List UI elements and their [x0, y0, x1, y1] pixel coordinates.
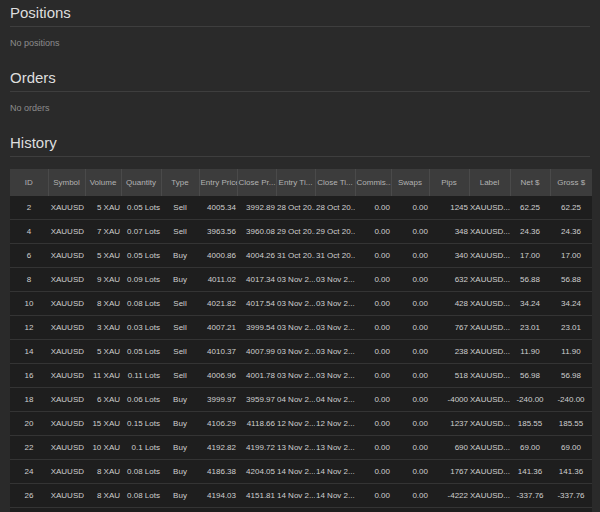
history-cell: 4004.26 — [237, 244, 276, 268]
column-header-id[interactable]: ID — [10, 169, 48, 196]
history-cell: 31 Oct 20... — [315, 244, 355, 268]
history-cell: 0.00 — [391, 364, 429, 388]
history-cell: 4001.78 — [237, 364, 276, 388]
history-cell: 24 — [10, 460, 48, 484]
history-cell: 17.00 — [550, 244, 592, 268]
history-cell: 0.00 — [391, 340, 429, 364]
history-cell: 0.06 Lots — [121, 388, 161, 412]
history-cell: 16 — [10, 364, 48, 388]
history-cell: 4000.86 — [199, 244, 237, 268]
history-cell: 14 Nov 2... — [276, 484, 315, 508]
history-cell: 28 Oct 20... — [315, 196, 355, 220]
column-header-symbol[interactable]: Symbol — [48, 169, 85, 196]
history-cell: 56.88 — [510, 268, 550, 292]
history-cell: 0.09 Lots — [121, 268, 161, 292]
history-cell: 5 XAU — [85, 244, 121, 268]
history-row[interactable]: 2XAUUSD5 XAU0.05 LotsSell4005.343992.892… — [10, 196, 592, 220]
column-header-commis[interactable]: Commis... — [355, 169, 391, 196]
history-cell: 4151.81 — [237, 484, 276, 508]
column-header-net[interactable]: Net $ — [510, 169, 550, 196]
history-row[interactable]: 24XAUUSD8 XAU0.08 LotsBuy4186.384204.051… — [10, 460, 592, 484]
history-row[interactable]: 12XAUUSD3 XAU0.03 LotsSell4007.213999.54… — [10, 316, 592, 340]
history-cell: 11.90 — [510, 340, 550, 364]
history-row[interactable]: 18XAUUSD6 XAU0.06 LotsBuy3999.973959.970… — [10, 388, 592, 412]
history-cell: 0.00 — [391, 508, 429, 512]
column-header-close-pr[interactable]: Close Pr... — [237, 169, 276, 196]
history-row[interactable]: 28XAUUSD4 XAU0.04 LotsBuy4093.914095.701… — [10, 508, 592, 512]
history-cell: Buy — [161, 436, 199, 460]
column-header-type[interactable]: Type — [161, 169, 199, 196]
history-cell: 0.00 — [355, 316, 391, 340]
history-cell: 0.00 — [355, 508, 391, 512]
history-cell: 0.00 — [355, 196, 391, 220]
history-row[interactable]: 22XAUUSD10 XAU0.1 LotsBuy4192.824199.721… — [10, 436, 592, 460]
history-cell: 185.55 — [510, 412, 550, 436]
history-row[interactable]: 14XAUUSD5 XAU0.05 LotsSell4010.374007.99… — [10, 340, 592, 364]
history-cell: XAUUSD... — [469, 268, 510, 292]
history-cell: 13 Nov 2... — [276, 436, 315, 460]
history-row[interactable]: 20XAUUSD15 XAU0.15 LotsBuy4106.294118.66… — [10, 412, 592, 436]
history-cell: 348 — [429, 220, 469, 244]
history-cell: 12 — [10, 316, 48, 340]
history-cell: 8 XAU — [85, 292, 121, 316]
history-cell: 17 Nov 2... — [315, 508, 355, 512]
history-cell: 0.00 — [355, 388, 391, 412]
history-cell: 185.55 — [550, 412, 592, 436]
history-cell: 23.01 — [550, 316, 592, 340]
history-row[interactable]: 4XAUUSD7 XAU0.07 LotsSell3963.563960.082… — [10, 220, 592, 244]
history-cell: 428 — [429, 292, 469, 316]
history-cell: 767 — [429, 316, 469, 340]
column-header-entry-ti[interactable]: Entry Ti... — [276, 169, 315, 196]
history-header-row: IDSymbolVolumeQuantityTypeEntry PriceClo… — [10, 169, 592, 196]
history-cell: 5 XAU — [85, 340, 121, 364]
history-cell: 12 Nov 2... — [315, 412, 355, 436]
history-cell: 0.08 Lots — [121, 484, 161, 508]
history-cell: 12 Nov 2... — [276, 412, 315, 436]
history-cell: XAUUSD... — [469, 364, 510, 388]
history-row[interactable]: 8XAUUSD9 XAU0.09 LotsBuy4011.024017.3403… — [10, 268, 592, 292]
history-cell: 28 — [10, 508, 48, 512]
history-cell: 0.05 Lots — [121, 244, 161, 268]
history-row[interactable]: 6XAUUSD5 XAU0.05 LotsBuy4000.864004.2631… — [10, 244, 592, 268]
history-cell: 0.00 — [355, 220, 391, 244]
column-header-close-ti[interactable]: Close Ti... — [315, 169, 355, 196]
history-cell: 31 Oct 20... — [276, 244, 315, 268]
history-row[interactable]: 16XAUUSD11 XAU0.11 LotsSell4006.964001.7… — [10, 364, 592, 388]
history-cell: 8 XAU — [85, 460, 121, 484]
history-cell: XAUUSD... — [469, 388, 510, 412]
history-cell: 4 XAU — [85, 508, 121, 512]
history-cell: 238 — [429, 340, 469, 364]
history-cell: 4204.05 — [237, 460, 276, 484]
history-cell: 0.00 — [355, 292, 391, 316]
history-cell: XAUUSD — [48, 484, 85, 508]
history-cell: Buy — [161, 268, 199, 292]
history-cell: 10 — [10, 292, 48, 316]
column-header-gross[interactable]: Gross $ — [550, 169, 592, 196]
history-cell: 3963.56 — [199, 220, 237, 244]
column-header-swaps[interactable]: Swaps — [391, 169, 429, 196]
history-row[interactable]: 10XAUUSD8 XAU0.08 LotsSell4021.824017.54… — [10, 292, 592, 316]
history-cell: 4095.70 — [237, 508, 276, 512]
history-cell: 0.00 — [391, 436, 429, 460]
column-header-quantity[interactable]: Quantity — [121, 169, 161, 196]
history-cell: 22 — [10, 436, 48, 460]
history-cell: Buy — [161, 508, 199, 512]
history-cell: 56.88 — [550, 268, 592, 292]
history-cell: XAUUSD... — [469, 316, 510, 340]
column-header-label[interactable]: Label — [469, 169, 510, 196]
history-cell: 29 Oct 20... — [276, 220, 315, 244]
history-cell: 14 — [10, 340, 48, 364]
history-cell: 7.16 — [510, 508, 550, 512]
column-header-volume[interactable]: Volume — [85, 169, 121, 196]
history-cell: 0.00 — [391, 220, 429, 244]
history-cell: 03 Nov 2... — [276, 340, 315, 364]
history-row[interactable]: 26XAUUSD8 XAU0.08 LotsBuy4194.034151.811… — [10, 484, 592, 508]
history-cell: XAUUSD — [48, 244, 85, 268]
history-cell: -240.00 — [510, 388, 550, 412]
column-header-entry-price[interactable]: Entry Price — [199, 169, 237, 196]
history-cell: 03 Nov 2... — [315, 268, 355, 292]
history-cell: XAUUSD... — [469, 244, 510, 268]
column-header-pips[interactable]: Pips — [429, 169, 469, 196]
history-cell: 0.00 — [355, 364, 391, 388]
history-cell: 03 Nov 2... — [315, 316, 355, 340]
